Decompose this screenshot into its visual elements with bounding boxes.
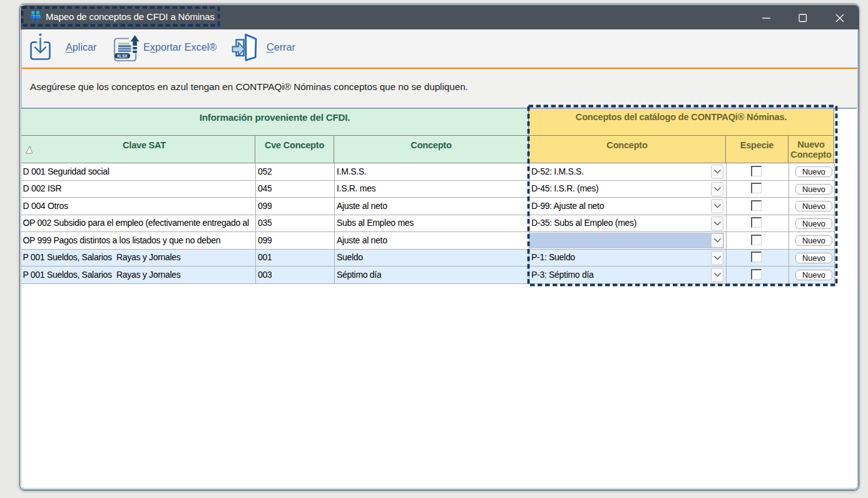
svg-text:XLSX: XLSX (117, 54, 128, 58)
